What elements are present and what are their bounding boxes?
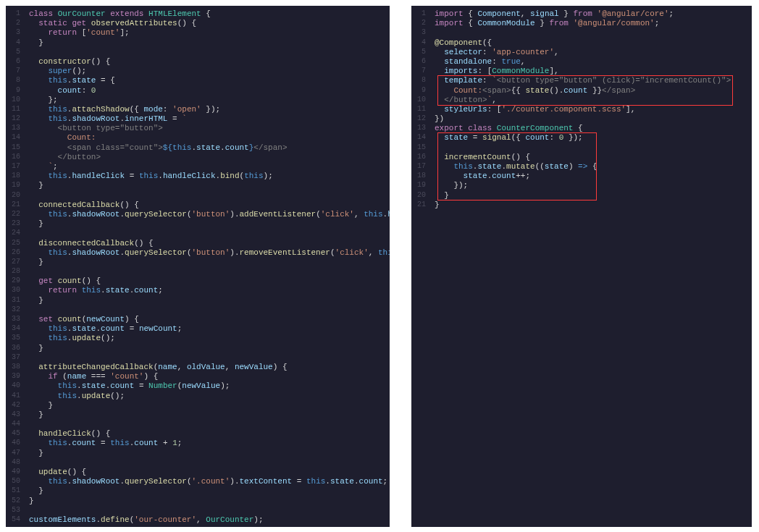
code-line[interactable]: get count() { bbox=[29, 276, 390, 285]
code-line[interactable]: import { Component, signal } from '@angu… bbox=[435, 9, 746, 18]
line-number: 21 bbox=[414, 200, 426, 209]
code-line[interactable]: }); bbox=[435, 180, 746, 190]
code-line[interactable]: @Component({ bbox=[435, 38, 746, 47]
code-line[interactable]: export class CounterComponent { bbox=[435, 123, 746, 132]
code-line[interactable]: return ['count']; bbox=[29, 28, 390, 37]
code-line[interactable] bbox=[29, 352, 390, 362]
code-line[interactable]: this.handleClick = this.handleClick.bind… bbox=[29, 171, 390, 180]
code-line[interactable]: static get observedAttributes() { bbox=[29, 18, 390, 28]
line-number: 15 bbox=[9, 143, 20, 152]
line-number: 29 bbox=[9, 276, 20, 285]
code-line[interactable] bbox=[29, 419, 390, 428]
code-line[interactable]: } bbox=[29, 257, 390, 266]
code-line[interactable]: <button type="button"> bbox=[29, 123, 390, 132]
line-number: 33 bbox=[9, 314, 20, 324]
line-number: 41 bbox=[9, 391, 20, 400]
line-number: 37 bbox=[9, 352, 20, 362]
code-line[interactable]: } bbox=[29, 448, 390, 457]
code-line[interactable]: class OurCounter extends HTMLElement { bbox=[29, 9, 390, 18]
code-line[interactable]: constructor() { bbox=[29, 56, 390, 66]
code-line[interactable]: Count:<span>{{ state().count }}</span> bbox=[435, 85, 746, 95]
code-line[interactable]: } bbox=[29, 219, 390, 228]
code-line[interactable]: this.state = { bbox=[29, 75, 390, 85]
line-number: 6 bbox=[9, 56, 20, 66]
code-line[interactable]: Count: bbox=[29, 132, 390, 142]
code-line[interactable]: styleUrls: ['./counter.component.scss'], bbox=[435, 104, 746, 114]
code-line[interactable]: this.state.mutate((state) => { bbox=[435, 161, 746, 171]
code-line[interactable]: this.state.count = Number(newValue); bbox=[29, 381, 390, 390]
code-line[interactable]: standalone: true, bbox=[435, 56, 746, 66]
code-line[interactable]: state = signal({ count: 0 }); bbox=[435, 132, 746, 142]
code-line[interactable] bbox=[435, 143, 746, 152]
code-line[interactable]: } bbox=[29, 496, 390, 505]
code-line[interactable]: this.shadowRoot.querySelector('button').… bbox=[29, 209, 390, 219]
code-line[interactable]: }) bbox=[435, 114, 746, 123]
code-line[interactable]: this.shadowRoot.querySelector('button').… bbox=[29, 248, 390, 257]
code-line[interactable]: </button> bbox=[29, 152, 390, 161]
code-line[interactable]: selector: 'app-counter', bbox=[435, 47, 746, 56]
code-area-right[interactable]: import { Component, signal } from '@angu… bbox=[432, 6, 752, 527]
line-number: 14 bbox=[414, 132, 426, 142]
code-line[interactable]: } bbox=[29, 410, 390, 419]
code-line[interactable]: } bbox=[29, 486, 390, 495]
code-line[interactable]: this.shadowRoot.querySelector('.count').… bbox=[29, 476, 390, 486]
line-number: 45 bbox=[9, 428, 20, 438]
code-line[interactable]: customElements.define('our-counter', Our… bbox=[29, 515, 390, 524]
code-line[interactable]: this.shadowRoot.innerHTML = ` bbox=[29, 114, 390, 123]
code-line[interactable]: </button>`, bbox=[435, 95, 746, 104]
code-line[interactable]: if (name === 'count') { bbox=[29, 371, 390, 381]
code-line[interactable]: set count(newCount) { bbox=[29, 314, 390, 324]
code-line[interactable]: } bbox=[29, 295, 390, 305]
code-line[interactable]: } bbox=[29, 343, 390, 352]
code-line[interactable]: return this.state.count; bbox=[29, 285, 390, 295]
gutter-right: 123456789101112131415161718192021 bbox=[411, 6, 432, 527]
line-number: 4 bbox=[414, 38, 426, 47]
code-line[interactable]: attributeChangedCallback(name, oldValue,… bbox=[29, 362, 390, 371]
code-line[interactable]: update() { bbox=[29, 467, 390, 476]
code-line[interactable]: template: `<button type="button" (click)… bbox=[435, 75, 746, 85]
line-number: 9 bbox=[9, 85, 20, 95]
code-line[interactable]: this.state.count = newCount; bbox=[29, 324, 390, 333]
line-number: 1 bbox=[414, 9, 426, 18]
code-line[interactable]: handleClick() { bbox=[29, 428, 390, 438]
code-line[interactable]: }; bbox=[29, 95, 390, 104]
code-line[interactable] bbox=[29, 305, 390, 314]
code-line[interactable]: import { CommonModule } from '@angular/c… bbox=[435, 18, 746, 28]
code-line[interactable] bbox=[29, 457, 390, 467]
code-line[interactable] bbox=[435, 28, 746, 37]
code-line[interactable]: this.update(); bbox=[29, 333, 390, 342]
code-line[interactable]: } bbox=[29, 180, 390, 190]
code-line[interactable]: super(); bbox=[29, 66, 390, 75]
code-line[interactable]: imports: [CommonModule], bbox=[435, 66, 746, 75]
line-number: 2 bbox=[9, 18, 20, 28]
code-editor-right[interactable]: 123456789101112131415161718192021 import… bbox=[411, 6, 752, 527]
code-line[interactable]: this.update(); bbox=[29, 391, 390, 400]
line-number: 4 bbox=[9, 38, 20, 47]
code-line[interactable]: incrementCount() { bbox=[435, 152, 746, 161]
code-line[interactable] bbox=[29, 47, 390, 56]
code-line[interactable]: <span class="count">${this.state.count}<… bbox=[29, 143, 390, 152]
code-line[interactable]: } bbox=[29, 400, 390, 410]
line-number: 32 bbox=[9, 305, 20, 314]
code-line[interactable] bbox=[29, 505, 390, 515]
code-line[interactable] bbox=[29, 190, 390, 200]
code-line[interactable]: count: 0 bbox=[29, 85, 390, 95]
code-line[interactable]: this.count = this.count + 1; bbox=[29, 438, 390, 447]
code-line[interactable]: state.count++; bbox=[435, 171, 746, 180]
line-number: 18 bbox=[414, 171, 426, 180]
code-line[interactable]: connectedCallback() { bbox=[29, 200, 390, 209]
code-line[interactable]: `; bbox=[29, 161, 390, 171]
code-line[interactable]: disconnectedCallback() { bbox=[29, 238, 390, 248]
code-line[interactable] bbox=[29, 266, 390, 276]
code-line[interactable]: this.attachShadow({ mode: 'open' }); bbox=[29, 104, 390, 114]
line-number: 7 bbox=[9, 66, 20, 75]
code-line[interactable]: } bbox=[435, 200, 746, 209]
code-editor-left[interactable]: 1234567891011121314151617181920212223242… bbox=[6, 6, 390, 527]
code-line[interactable] bbox=[29, 228, 390, 237]
line-number: 16 bbox=[9, 152, 20, 161]
code-area-left[interactable]: class OurCounter extends HTMLElement { s… bbox=[26, 6, 390, 527]
code-line[interactable]: } bbox=[29, 38, 390, 47]
line-number: 13 bbox=[414, 123, 426, 132]
code-line[interactable]: } bbox=[435, 190, 746, 200]
line-number: 22 bbox=[9, 209, 20, 219]
